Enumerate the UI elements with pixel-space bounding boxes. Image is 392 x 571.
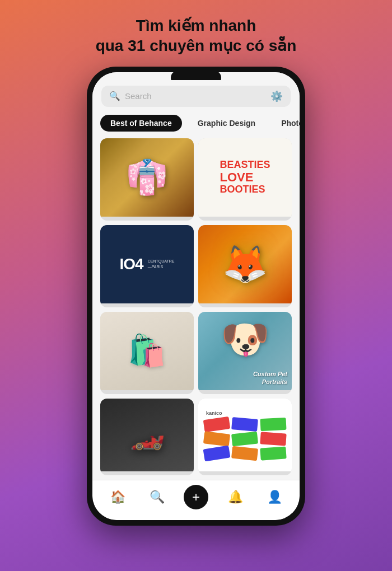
art2-line2: LOVE: [220, 171, 270, 184]
headline-line1: Tìm kiếm nhanh: [136, 17, 256, 34]
phone-top-bar: [92, 72, 300, 80]
art2-line1: BEASTIES: [220, 160, 270, 171]
bell-icon: 🔔: [228, 490, 243, 504]
category-tabs: Best of Behance Graphic Design Photograp…: [92, 110, 300, 136]
grid-item-art4[interactable]: [198, 225, 292, 307]
grid-item-art7[interactable]: [100, 399, 194, 475]
grid-item-art6[interactable]: Custom PetPortraits: [198, 312, 292, 394]
search-bar[interactable]: 🔍 Search ⚙️: [101, 86, 291, 107]
art3-subtitle: CENTQUATRE—PARIS: [148, 259, 175, 270]
filter-icon[interactable]: ⚙️: [270, 90, 283, 102]
home-icon: 🏠: [110, 490, 125, 504]
profile-icon: 👤: [267, 490, 282, 504]
phone-screen: 🔍 Search ⚙️ Best of Behance Graphic Desi…: [92, 72, 300, 520]
art8-brand: kanico: [204, 410, 286, 416]
grid-item-art5[interactable]: [100, 312, 194, 394]
tab-graphic-design[interactable]: Graphic Design: [188, 115, 265, 132]
search-icon: 🔍: [109, 91, 120, 101]
nav-profile[interactable]: 👤: [255, 488, 294, 507]
nav-search[interactable]: 🔍: [137, 488, 176, 507]
nav-home[interactable]: 🏠: [98, 488, 137, 507]
bottom-nav: 🏠 🔍 + 🔔 👤: [92, 480, 300, 520]
art6-caption: Custom PetPortraits: [253, 371, 287, 385]
tab-best-of-behance[interactable]: Best of Behance: [100, 115, 182, 132]
add-button[interactable]: +: [184, 485, 208, 509]
nav-add[interactable]: +: [176, 483, 216, 512]
art3-logo: IO4: [120, 255, 143, 273]
art2-line3: BOOTIES: [220, 184, 270, 195]
grid-item-art3[interactable]: IO4 CENTQUATRE—PARIS: [100, 225, 194, 307]
headline-line2: qua 31 chuyên mục có sẵn: [96, 37, 297, 54]
grid-item-art8[interactable]: kanico: [198, 399, 292, 475]
search-placeholder-text: Search: [125, 91, 152, 101]
phone-shell: 🔍 Search ⚙️ Best of Behance Graphic Desi…: [87, 67, 305, 526]
tab-photography[interactable]: Photography: [271, 115, 300, 132]
grid-item-art2[interactable]: BEASTIES LOVE BOOTIES: [198, 138, 292, 221]
header-text: Tìm kiếm nhanh qua 31 chuyên mục có sẵn: [85, 0, 308, 67]
search-nav-icon: 🔍: [150, 490, 165, 504]
nav-notifications[interactable]: 🔔: [216, 488, 255, 507]
search-area: 🔍 Search ⚙️: [92, 80, 300, 110]
grid-item-art1[interactable]: [100, 138, 194, 221]
image-grid: BEASTIES LOVE BOOTIES IO4 CENTQUATRE—PAR…: [92, 136, 300, 480]
